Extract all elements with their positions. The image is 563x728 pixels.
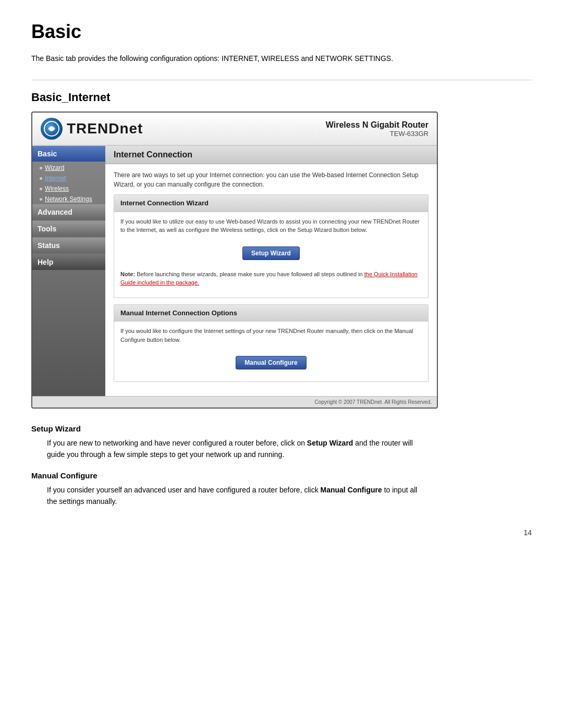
wizard-section-body: If you would like to utilize our easy to…: [114, 212, 428, 298]
manual-configure-body-before: If you consider yourself an advanced use…: [47, 486, 321, 494]
logo-text: TRENDnet: [67, 120, 143, 137]
content-header: Internet Connection: [105, 146, 437, 164]
manual-section-body: If you would like to configure the Inter…: [114, 322, 428, 381]
sidebar-item-wireless[interactable]: Wireless: [32, 183, 105, 194]
wizard-section-header: Internet Connection Wizard: [114, 195, 428, 212]
sidebar-btn-help[interactable]: Help: [32, 254, 105, 270]
section-divider: [31, 80, 532, 80]
trendnet-logo: TRENDnet: [41, 118, 143, 140]
bullet-icon: [40, 198, 42, 201]
router-header: TRENDnet Wireless N Gigabit Router TEW-6…: [32, 113, 437, 146]
setup-wizard-btn-wrapper: Setup Wizard: [120, 240, 422, 267]
manual-configure-button[interactable]: Manual Configure: [236, 356, 306, 369]
wizard-section-text: If you would like to utilize our easy to…: [120, 217, 422, 235]
wizard-section: Internet Connection Wizard If you would …: [114, 194, 429, 298]
router-ui-screenshot: TRENDnet Wireless N Gigabit Router TEW-6…: [31, 112, 438, 409]
page-number: 14: [31, 528, 532, 537]
sidebar-item-internet[interactable]: Internet: [32, 173, 105, 183]
section-title: Basic_Internet: [31, 91, 532, 104]
sidebar-btn-advanced[interactable]: Advanced: [32, 204, 105, 220]
router-body: Basic Wizard Internet Wireless Network S…: [32, 146, 437, 396]
sidebar-link-wireless: Wireless: [45, 185, 69, 192]
setup-wizard-heading: Setup Wizard: [31, 424, 532, 433]
manual-configure-subsection: Manual Configure If you consider yoursel…: [31, 471, 532, 508]
page-title: Basic: [31, 21, 532, 43]
content-body: There are two ways to set up your Intern…: [105, 164, 437, 394]
product-name: Wireless N Gigabit Router: [326, 120, 429, 130]
setup-wizard-description: If you are new to networking and have ne…: [47, 437, 422, 461]
router-sidebar: Basic Wizard Internet Wireless Network S…: [32, 146, 105, 396]
sidebar-link-network-settings: Network Settings: [45, 195, 92, 203]
router-content: Internet Connection There are two ways t…: [105, 146, 437, 396]
content-heading: Internet Connection: [114, 150, 429, 159]
sidebar-btn-basic[interactable]: Basic: [32, 146, 105, 162]
footer-copyright: Copyright © 2007 TRENDnet. All Rights Re…: [314, 399, 432, 405]
router-footer: Copyright © 2007 TRENDnet. All Rights Re…: [32, 396, 437, 408]
intro-text: The Basic tab provides the following con…: [31, 53, 438, 64]
sidebar-btn-status[interactable]: Status: [32, 238, 105, 253]
wizard-note: Note: Before launching these wizards, pl…: [120, 270, 422, 287]
model-number: TEW-633GR: [326, 130, 429, 138]
sidebar-btn-tools[interactable]: Tools: [32, 221, 105, 237]
setup-wizard-button[interactable]: Setup Wizard: [242, 246, 300, 260]
svg-point-1: [50, 127, 54, 131]
bullet-icon: [40, 188, 42, 190]
manual-configure-description: If you consider yourself an advanced use…: [47, 484, 422, 508]
trendnet-logo-icon: [41, 118, 63, 140]
manual-section: Manual Internet Connection Options If yo…: [114, 304, 429, 382]
setup-wizard-subsection: Setup Wizard If you are new to networkin…: [31, 424, 532, 461]
router-model-info: Wireless N Gigabit Router TEW-633GR: [326, 120, 429, 138]
content-intro: There are two ways to set up your Intern…: [114, 170, 429, 189]
manual-section-header: Manual Internet Connection Options: [114, 305, 428, 322]
sidebar-item-network-settings[interactable]: Network Settings: [32, 194, 105, 204]
bullet-icon: [40, 177, 42, 180]
manual-configure-bold: Manual Configure: [321, 486, 382, 494]
quick-guide-link[interactable]: the Quick Installation Guide included in…: [120, 271, 418, 286]
bullet-icon: [40, 167, 42, 169]
sidebar-link-wizard: Wizard: [45, 164, 64, 171]
setup-wizard-bold: Setup Wizard: [307, 439, 353, 447]
manual-configure-btn-wrapper: Manual Configure: [120, 349, 422, 376]
sidebar-link-internet: Internet: [45, 175, 66, 182]
setup-wizard-body-before: If you are new to networking and have ne…: [47, 439, 307, 447]
manual-configure-heading: Manual Configure: [31, 471, 532, 480]
sidebar-item-wizard[interactable]: Wizard: [32, 163, 105, 173]
manual-section-text: If you would like to configure the Inter…: [120, 327, 422, 344]
